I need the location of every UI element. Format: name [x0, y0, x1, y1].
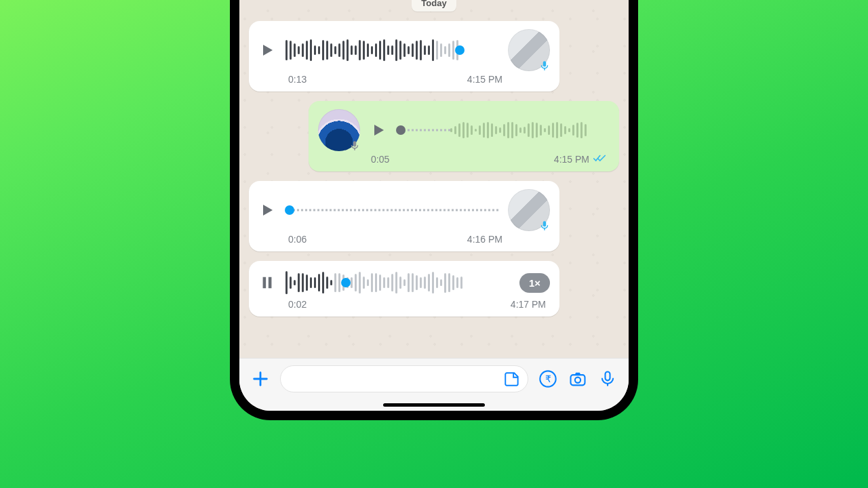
- svg-point-7: [575, 377, 580, 382]
- play-button[interactable]: [258, 41, 276, 59]
- mic-icon: [348, 139, 361, 152]
- camera-icon[interactable]: [568, 369, 588, 389]
- svg-rect-0: [263, 277, 267, 289]
- phone-frame: Today 0:13 4:15: [230, 0, 638, 420]
- sender-avatar[interactable]: [318, 109, 360, 151]
- message-time: 4:15 PM: [467, 74, 502, 85]
- date-separator: Today: [412, 0, 456, 12]
- message-time: 4:15 PM: [554, 154, 589, 165]
- read-receipt-icon: [593, 154, 606, 165]
- svg-text:₹: ₹: [545, 373, 551, 384]
- play-button[interactable]: [258, 201, 276, 219]
- play-button[interactable]: [370, 121, 387, 139]
- voice-message-incoming[interactable]: 0:13 4:15 PM: [249, 21, 559, 92]
- svg-rect-6: [571, 375, 585, 385]
- sender-avatar[interactable]: [508, 29, 550, 71]
- voice-duration: 0:05: [371, 154, 389, 165]
- svg-rect-8: [606, 371, 610, 380]
- chat-scroll[interactable]: Today 0:13 4:15: [239, 0, 629, 358]
- pause-button[interactable]: [258, 274, 276, 291]
- waveform[interactable]: [285, 197, 498, 224]
- sender-avatar[interactable]: [508, 189, 550, 231]
- message-input[interactable]: [280, 365, 528, 392]
- voice-duration: 0:06: [288, 234, 307, 245]
- sticker-icon[interactable]: [503, 370, 521, 388]
- voice-message-outgoing[interactable]: 0:05 4:15 PM: [309, 101, 619, 171]
- voice-message-incoming[interactable]: 0:06 4:16 PM: [249, 181, 559, 251]
- voice-duration: 0:02: [288, 299, 307, 310]
- waveform[interactable]: [397, 117, 610, 144]
- waveform[interactable]: [285, 37, 498, 64]
- playback-speed-button[interactable]: 1×: [519, 273, 550, 293]
- message-time: 4:16 PM: [467, 234, 502, 245]
- waveform[interactable]: [285, 269, 510, 296]
- message-time: 4:17 PM: [511, 299, 546, 310]
- payments-icon[interactable]: ₹: [538, 369, 558, 389]
- mic-icon: [538, 59, 551, 73]
- chat-screen: Today 0:13 4:15: [239, 0, 629, 411]
- home-indicator: [383, 403, 485, 407]
- mic-button[interactable]: [597, 369, 618, 389]
- svg-rect-1: [269, 277, 272, 289]
- attach-button[interactable]: [250, 369, 271, 389]
- voice-message-playing[interactable]: 1× 0:02 4:17 PM: [249, 261, 559, 317]
- mic-icon: [538, 219, 551, 232]
- voice-duration: 0:13: [288, 74, 307, 85]
